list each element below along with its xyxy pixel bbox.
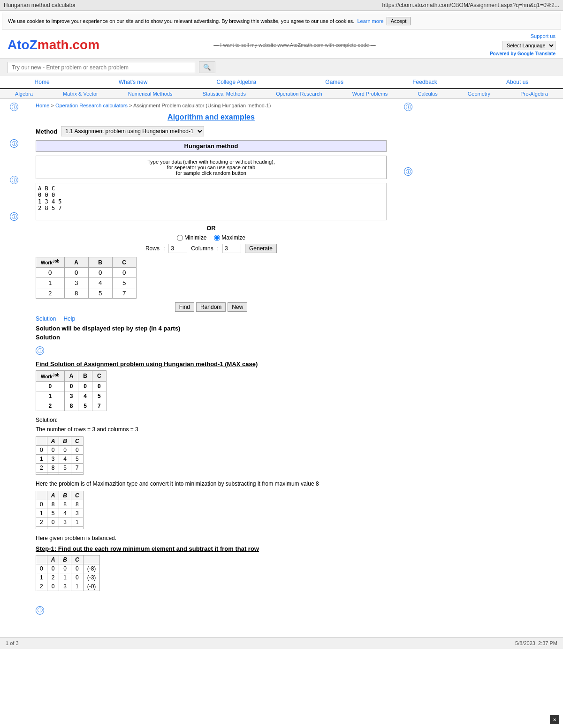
nav-about-us[interactable]: About us — [502, 78, 532, 86]
solution-text-label: Solution: — [36, 417, 387, 423]
st1-r3-a — [47, 472, 59, 474]
st1-r1-id: 1 — [36, 454, 47, 463]
input-row2-c[interactable] — [117, 290, 131, 297]
find-solution-title: Find Solution of Assignment problem usin… — [36, 360, 387, 368]
new-button[interactable]: New — [228, 302, 247, 312]
cell-row0-c[interactable] — [112, 268, 136, 278]
nav-whats-new[interactable]: What's new — [115, 78, 152, 86]
language-select[interactable]: Select Language — [502, 41, 555, 50]
input-row2-work[interactable] — [43, 290, 57, 297]
main-nav: Home What's new College Algebra Games Fe… — [0, 76, 563, 89]
subnav-statistical-methods[interactable]: Statistical Methods — [200, 90, 249, 97]
st2-r3-a — [47, 526, 59, 529]
input-row1-c[interactable] — [117, 279, 131, 286]
cols-input[interactable] — [222, 244, 241, 253]
st1-r0-b: 0 — [59, 445, 71, 454]
find-button[interactable]: Find — [175, 302, 194, 312]
left-info-icon-3[interactable]: ⓘ — [10, 176, 18, 184]
breadcrumb-operation-research[interactable]: Operation Research calculators — [55, 103, 128, 108]
left-info-icon-2[interactable]: ⓘ — [10, 139, 18, 148]
method-select[interactable]: 1.1 Assignment problem using Hungarian m… — [61, 126, 204, 136]
right-info-icon-1[interactable]: ⓘ — [404, 103, 412, 111]
step1-r0-id: 0 — [36, 564, 47, 573]
st1-r1-c: 5 — [71, 454, 84, 463]
cell-row2-a[interactable] — [64, 288, 88, 299]
input-row1-a[interactable] — [69, 279, 84, 286]
input-row2-a[interactable] — [69, 290, 84, 297]
cell-row0-b[interactable] — [88, 268, 112, 278]
step1-header-c: C — [71, 555, 84, 564]
st1-r0-id: 0 — [36, 445, 47, 454]
promo-text[interactable]: — I want to sell my website www.AtoZmath… — [213, 42, 375, 48]
cell-row0-work[interactable] — [36, 268, 65, 278]
left-info-icon-1[interactable]: ⓘ — [10, 103, 18, 111]
subnav-operation-research[interactable]: Operation Research — [273, 90, 325, 97]
hungarian-title: Hungarian method — [36, 140, 387, 152]
table-row — [36, 268, 137, 278]
cell-row0-a[interactable] — [64, 268, 88, 278]
sol-header-b: B — [78, 371, 92, 381]
maximize-radio[interactable] — [214, 235, 220, 241]
st2-r0-c: 8 — [71, 500, 84, 509]
learn-more-link[interactable]: Learn more — [357, 18, 383, 24]
cell-row2-work[interactable] — [36, 288, 65, 299]
subnav-calculus[interactable]: Calculus — [415, 90, 440, 97]
nav-games[interactable]: Games — [321, 78, 347, 86]
left-info-icon-4[interactable]: ⓘ — [10, 212, 18, 221]
input-row1-work[interactable] — [43, 279, 57, 286]
method-row: Method 1.1 Assignment problem using Hung… — [36, 126, 387, 136]
cell-row2-c[interactable] — [112, 288, 136, 299]
input-row0-b[interactable] — [93, 269, 107, 276]
minimize-radio[interactable] — [177, 235, 183, 241]
st1-r2-c: 7 — [71, 463, 84, 472]
random-button[interactable]: Random — [196, 302, 226, 312]
subnav-matrix-vector[interactable]: Matrix & Vector — [60, 90, 101, 97]
translate-widget: Select Language Powered by Google Transl… — [490, 41, 555, 56]
sol-row2-b: 5 — [78, 401, 92, 411]
cell-row1-work[interactable] — [36, 278, 65, 288]
input-row1-b[interactable] — [93, 279, 107, 286]
sol-row0-a: 0 — [64, 381, 78, 391]
subnav-geometry[interactable]: Geometry — [465, 90, 493, 97]
cell-row2-b[interactable] — [88, 288, 112, 299]
date-time: 5/8/2023, 2:37 PM — [515, 640, 557, 646]
subnav-algebra[interactable]: Algebra — [12, 90, 36, 97]
breadcrumb-home[interactable]: Home — [36, 103, 49, 108]
subnav-word-problems[interactable]: Word Problems — [350, 90, 391, 97]
logo[interactable]: AtoZmath.com — [8, 38, 99, 53]
nav-home[interactable]: Home — [31, 78, 53, 86]
search-button[interactable]: 🔍 — [199, 61, 215, 73]
subnav-pre-algebra[interactable]: Pre-Algebra — [517, 90, 551, 97]
input-row0-work[interactable] — [43, 269, 57, 276]
solution-link[interactable]: Solution — [36, 315, 56, 322]
maximize-radio-label[interactable]: Maximize — [214, 234, 245, 241]
nav-college-algebra[interactable]: College Algebra — [213, 78, 260, 86]
step1-header-sub — [83, 555, 100, 564]
support-us-link[interactable]: Support us — [490, 33, 555, 39]
nav-feedback[interactable]: Feedback — [409, 78, 441, 86]
generate-button[interactable]: Generate — [245, 244, 277, 253]
cell-row1-a[interactable] — [64, 278, 88, 288]
data-textarea[interactable]: A B C 0 0 0 1 3 4 5 2 8 5 7 — [36, 183, 387, 220]
minimize-radio-label[interactable]: Minimize — [177, 234, 206, 241]
input-row0-c[interactable] — [117, 269, 131, 276]
accept-button[interactable]: Accept — [387, 17, 411, 25]
sol-row1-a: 3 — [64, 391, 78, 401]
cell-row1-b[interactable] — [88, 278, 112, 288]
help-link[interactable]: Help — [63, 315, 75, 322]
small-table-1: A B C 0 0 0 0 1 3 4 5 — [36, 436, 84, 475]
rows-input[interactable] — [168, 244, 187, 253]
main-container: ⓘ ⓘ ⓘ ⓘ Home > Operation Research calcul… — [0, 99, 563, 628]
bottom-info-icon[interactable]: ⓘ — [36, 606, 44, 615]
list-item: 1 2 1 0 (-3) — [36, 573, 100, 582]
sol-row2-a: 8 — [64, 401, 78, 411]
center-info-icon[interactable]: ⓘ — [36, 346, 44, 355]
rows-label: Rows — [145, 245, 160, 252]
input-row0-a[interactable] — [69, 269, 84, 276]
bottom-info-icon-area: ⓘ — [36, 597, 387, 624]
right-info-icon-2[interactable]: ⓘ — [404, 167, 412, 176]
cell-row1-c[interactable] — [112, 278, 136, 288]
input-row2-b[interactable] — [93, 290, 107, 297]
search-input[interactable] — [8, 62, 195, 73]
subnav-numerical-methods[interactable]: Numerical Methods — [125, 90, 175, 97]
